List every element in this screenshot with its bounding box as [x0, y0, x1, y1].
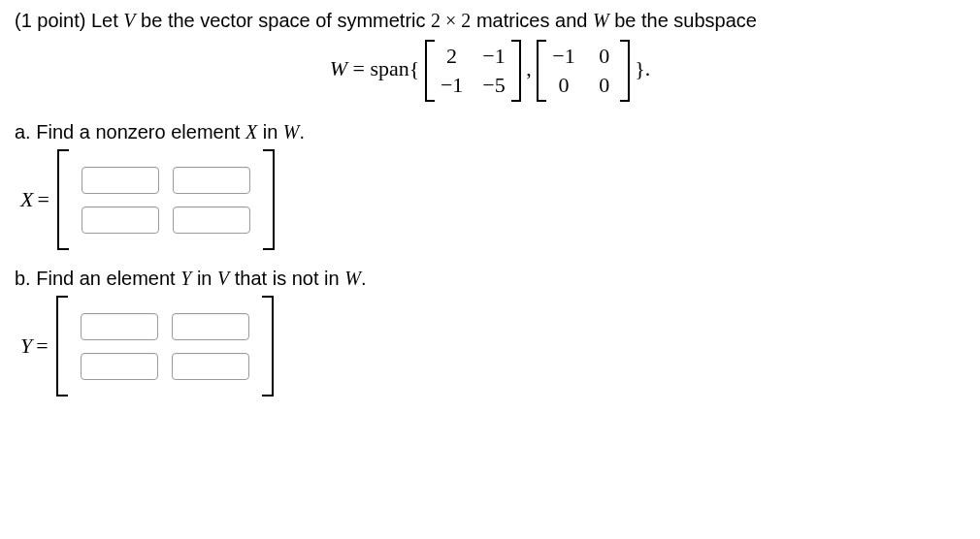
b-lhs: Y [20, 333, 32, 359]
b-set2: W [344, 268, 361, 289]
m1-r1c1: 2 [431, 42, 473, 71]
b-eq: = [36, 333, 48, 359]
intro-mid2: matrices and [471, 10, 593, 31]
a-tail: in [257, 121, 283, 143]
x-r2c2-input[interactable] [173, 206, 250, 234]
m2-r2c2: 0 [585, 71, 624, 100]
intro-mid1: be the vector space of symmetric [136, 10, 432, 31]
m1-r2c2: −5 [473, 71, 514, 100]
x-r1c1-input[interactable] [82, 167, 159, 194]
span-close: }. [635, 56, 650, 80]
y-r2c1-input[interactable] [81, 353, 158, 380]
a-dot: . [300, 121, 306, 143]
y-r2c2-input[interactable] [172, 353, 249, 380]
a-eq: = [37, 187, 49, 212]
intro-pre: Let [91, 10, 123, 31]
part-a-answer: X = [20, 149, 965, 250]
a-label: a. Find a nonzero element [15, 121, 245, 143]
a-lhs: X [20, 187, 33, 212]
part-a-prompt: a. Find a nonzero element X in W. [15, 121, 965, 143]
var-W: W [593, 10, 609, 31]
b-mid2: that is not in [229, 268, 344, 289]
m2-r1c2: 0 [585, 42, 624, 71]
span-comma: , [526, 56, 532, 80]
b-tail: in [191, 268, 217, 289]
x-r1c2-input[interactable] [173, 167, 250, 194]
matrix-input-Y [56, 296, 274, 396]
var-V: V [123, 10, 135, 31]
span-lhs: W [330, 56, 347, 80]
dim: 2 × 2 [431, 10, 471, 31]
b-var: Y [180, 268, 191, 289]
points-label: (1 point) [15, 10, 85, 31]
b-dot: . [361, 268, 367, 289]
m2-r1c1: −1 [542, 42, 584, 71]
a-var: X [245, 121, 257, 143]
matrix-2: −10 00 [537, 40, 629, 102]
matrix-input-X [57, 149, 275, 250]
a-set: W [283, 121, 300, 143]
intro-end: be the subspace [609, 10, 757, 31]
b-label: b. Find an element [15, 268, 180, 289]
m2-r2c1: 0 [542, 71, 584, 100]
b-set: V [217, 268, 229, 289]
matrix-1: 2−1 −1−5 [425, 40, 521, 102]
y-r1c2-input[interactable] [172, 313, 249, 340]
m1-r1c2: −1 [473, 42, 514, 71]
problem-intro: (1 point) Let V be the vector space of s… [15, 10, 965, 32]
span-eq: = span{ [347, 56, 419, 80]
part-b-prompt: b. Find an element Y in V that is not in… [15, 268, 965, 290]
m1-r2c1: −1 [431, 71, 473, 100]
y-r1c1-input[interactable] [81, 313, 158, 340]
span-definition: W = span{ 2−1 −1−5 , −10 00 }. [15, 40, 965, 102]
part-b-answer: Y = [20, 296, 965, 396]
x-r2c1-input[interactable] [82, 206, 159, 234]
